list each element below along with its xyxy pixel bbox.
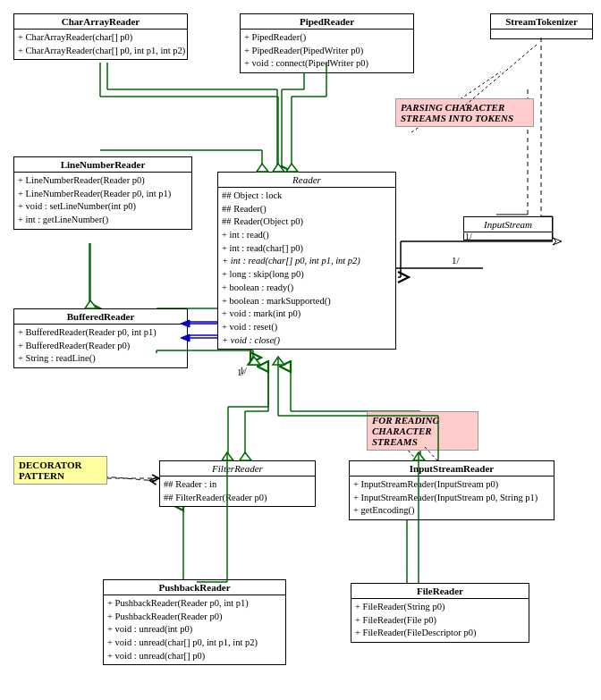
member-1: + FileReader(String p0) bbox=[355, 601, 525, 614]
svg-text:1/: 1/ bbox=[452, 255, 461, 266]
member-1: + LineNumberReader(Reader p0) bbox=[18, 174, 188, 188]
char-array-reader-title: CharArrayReader bbox=[14, 14, 187, 30]
reader-title: Reader bbox=[218, 173, 395, 188]
input-stream-reader-body: + InputStreamReader(InputStream p0) + In… bbox=[350, 477, 554, 519]
member-1: + InputStreamReader(InputStream p0) bbox=[353, 478, 550, 492]
member-1: + CharArrayReader(char[] p0) bbox=[18, 31, 183, 45]
svg-marker-48 bbox=[286, 164, 298, 172]
buffered-reader-box: BufferedReader + BufferedReader(Reader p… bbox=[13, 308, 188, 368]
file-reader-box: FileReader + FileReader(String p0) + Fil… bbox=[351, 583, 529, 643]
pushback-reader-title: PushbackReader bbox=[104, 580, 285, 595]
line-number-reader-box: LineNumberReader + LineNumberReader(Read… bbox=[13, 156, 192, 230]
member-2: ## Reader() bbox=[222, 203, 392, 216]
member-2: + PipedReader(PipedWriter p0) bbox=[244, 45, 410, 58]
member-2: + LineNumberReader(Reader p0, int p1) bbox=[18, 188, 188, 201]
member-4: + int : read() bbox=[222, 229, 392, 242]
svg-marker-77 bbox=[413, 452, 425, 460]
input-stream-title: InputStream bbox=[464, 217, 552, 232]
member-7: + long : skip(long p0) bbox=[222, 268, 392, 282]
member-2: + InputStreamReader(InputStream p0, Stri… bbox=[353, 492, 550, 505]
file-reader-title: FileReader bbox=[351, 584, 529, 599]
svg-text:1/: 1/ bbox=[240, 366, 247, 375]
char-array-reader-box: CharArrayReader + CharArrayReader(char[]… bbox=[13, 13, 188, 60]
svg-marker-66 bbox=[240, 452, 251, 460]
member-3: + getEncoding() bbox=[353, 504, 550, 518]
filter-reader-box: FilterReader ## Reader : in ## FilterRea… bbox=[159, 460, 316, 507]
buffered-reader-body: + BufferedReader(Reader p0, int p1) + Bu… bbox=[14, 325, 187, 367]
member-9: + boolean : markSupported() bbox=[222, 295, 392, 308]
buffered-reader-title: BufferedReader bbox=[14, 309, 187, 325]
member-3: ## Reader(Object p0) bbox=[222, 215, 392, 229]
filter-reader-title: FilterReader bbox=[160, 461, 315, 477]
member-1: + PipedReader() bbox=[244, 31, 410, 45]
svg-marker-40 bbox=[553, 238, 562, 245]
member-3: + String : readLine() bbox=[18, 352, 183, 366]
member-5: + int : read(char[] p0) bbox=[222, 242, 392, 256]
member-2: + CharArrayReader(char[] p0, int p1, int… bbox=[18, 45, 183, 58]
member-3: + void : connect(PipedWriter p0) bbox=[244, 57, 410, 71]
svg-marker-54 bbox=[257, 164, 268, 172]
pushback-reader-box: PushbackReader + PushbackReader(Reader p… bbox=[103, 579, 286, 665]
member-4: + int : getLineNumber() bbox=[18, 214, 188, 227]
member-2: + FileReader(File p0) bbox=[355, 614, 525, 628]
member-1: ## Object : lock bbox=[222, 190, 392, 203]
member-1: + BufferedReader(Reader p0, int p1) bbox=[18, 326, 183, 340]
decorator-note: DECORATORPATTERN bbox=[13, 456, 107, 485]
svg-line-80 bbox=[465, 45, 537, 105]
member-8: + boolean : ready() bbox=[222, 282, 392, 295]
stream-tokenizer-body bbox=[491, 30, 592, 38]
reader-body: ## Object : lock ## Reader() ## Reader(O… bbox=[218, 188, 395, 349]
line-number-reader-body: + LineNumberReader(Reader p0) + LineNumb… bbox=[14, 173, 191, 229]
piped-reader-box: PipedReader + PipedReader() + PipedReade… bbox=[240, 13, 414, 73]
member-2: + PushbackReader(Reader p0) bbox=[107, 611, 282, 624]
file-reader-body: + FileReader(String p0) + FileReader(Fil… bbox=[351, 599, 529, 642]
member-12: + void : close() bbox=[222, 334, 392, 348]
line-number-reader-title: LineNumberReader bbox=[14, 157, 191, 173]
reader-box: Reader ## Object : lock ## Reader() ## R… bbox=[217, 172, 396, 350]
for-reading-note: FOR READINGCHARACTER STREAMS bbox=[367, 411, 478, 451]
char-array-reader-body: + CharArrayReader(char[] p0) + CharArray… bbox=[14, 30, 187, 59]
svg-marker-70 bbox=[273, 357, 284, 365]
member-5: + void : unread(char[] p0) bbox=[107, 650, 282, 663]
stream-tokenizer-title: StreamTokenizer bbox=[491, 14, 592, 30]
member-6: + int : read(char[] p0, int p1, int p2) bbox=[222, 255, 392, 268]
diagram-container: CharArrayReader + CharArrayReader(char[]… bbox=[0, 0, 601, 700]
svg-marker-65 bbox=[249, 357, 260, 365]
member-3: + void : setLineNumber(int p0) bbox=[18, 200, 188, 214]
piped-reader-title: PipedReader bbox=[241, 14, 413, 30]
member-10: + void : mark(int p0) bbox=[222, 308, 392, 321]
member-1: ## Reader : in bbox=[164, 478, 311, 492]
pushback-reader-body: + PushbackReader(Reader p0, int p1) + Pu… bbox=[104, 595, 285, 664]
member-2: + BufferedReader(Reader p0) bbox=[18, 340, 183, 353]
member-3: + void : unread(int p0) bbox=[107, 623, 282, 637]
svg-marker-44 bbox=[273, 164, 284, 172]
svg-text:1/: 1/ bbox=[237, 367, 246, 377]
piped-reader-body: + PipedReader() + PipedReader(PipedWrite… bbox=[241, 30, 413, 72]
member-1: + PushbackReader(Reader p0, int p1) bbox=[107, 597, 282, 611]
input-stream-reader-title: InputStreamReader bbox=[350, 461, 554, 477]
member-4: + void : unread(char[] p0, int p1, int p… bbox=[107, 637, 282, 650]
input-stream-box: InputStream bbox=[463, 216, 553, 240]
stream-tokenizer-box: StreamTokenizer bbox=[490, 13, 593, 39]
svg-marker-57 bbox=[248, 357, 259, 365]
member-3: + FileReader(FileDescriptor p0) bbox=[355, 627, 525, 640]
filter-reader-body: ## Reader : in ## FilterReader(Reader p0… bbox=[160, 477, 315, 506]
svg-marker-74 bbox=[222, 452, 233, 460]
input-stream-body bbox=[464, 232, 552, 240]
member-2: ## FilterReader(Reader p0) bbox=[164, 492, 311, 505]
parsing-note: PARSING CHARACTERSTREAMS INTO TOKENS bbox=[395, 98, 534, 127]
input-stream-reader-box: InputStreamReader + InputStreamReader(In… bbox=[349, 460, 554, 520]
member-11: + void : reset() bbox=[222, 321, 392, 334]
svg-marker-52 bbox=[85, 300, 97, 308]
